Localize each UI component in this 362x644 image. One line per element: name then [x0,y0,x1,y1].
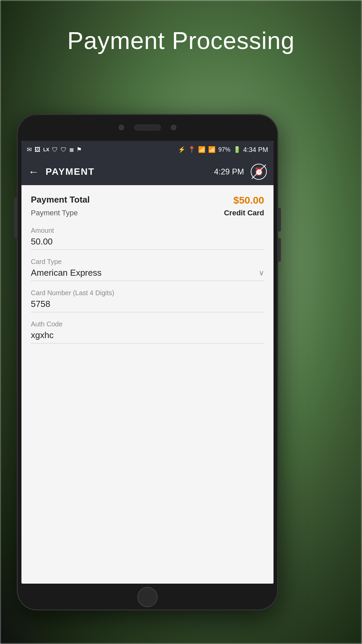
phone-bottom-bezel [17,584,278,610]
auth-code-field-group: Auth Code xgxhc [31,320,264,343]
signal-icon: 📶 [208,146,216,153]
payment-type-row: Payment Type Credit Card [31,209,264,217]
status-icons-left: ✉ 🖼 LX 🛡 🛡 ▦ ⚑ [27,146,82,153]
gmail-icon: ✉ [27,146,32,153]
wifi-icon: 📶 [198,146,205,153]
volume-down-button[interactable] [278,238,281,262]
amount-field-group: Amount 50.00 [31,227,264,250]
phone-frame: ✉ 🖼 LX 🛡 🛡 ▦ ⚑ ⚡ 📍 📶 📶 97% 🔋 4:34 PM ← P [17,114,278,610]
payment-header: Payment Total $50.00 [31,195,264,206]
sensor [171,125,176,130]
payment-type-label: Payment Type [31,209,78,217]
power-button[interactable] [14,198,17,238]
location-icon: 📍 [188,146,195,153]
shield1-icon: 🛡 [52,146,58,153]
auth-code-input[interactable]: xgxhc [31,330,264,343]
speaker-grille [134,124,161,130]
phone-top-bezel [17,114,278,141]
payment-type-value: Credit Card [224,209,264,217]
toolbar-title: PAYMENT [46,166,214,177]
volume-up-button[interactable] [278,208,281,231]
alarm-slash [251,164,266,179]
card-type-value: American Express [31,268,102,278]
back-button[interactable]: ← [28,166,39,178]
shield2-icon: 🛡 [61,146,67,153]
page-title: Payment Processing [0,27,362,54]
payment-total-label: Payment Total [31,195,90,205]
chevron-down-icon: ∨ [259,269,264,277]
status-icons-right: ⚡ 📍 📶 📶 97% 🔋 4:34 PM [178,146,268,154]
image-icon: 🖼 [35,146,41,153]
amount-label: Amount [31,227,264,234]
amount-input[interactable]: 50.00 [31,236,264,250]
alarm-off-button[interactable]: ⏰ [251,164,267,180]
battery-percent: 97% [218,146,230,153]
home-button[interactable] [137,587,158,607]
card-type-label: Card Type [31,258,264,266]
card-number-input[interactable]: 5758 [31,299,264,312]
status-time: 4:34 PM [243,146,268,154]
barcode-icon: ▦ [69,147,74,152]
lx-icon: LX [43,147,49,152]
payment-amount: $50.00 [233,195,264,206]
content-area: Payment Total $50.00 Payment Type Credit… [21,185,274,584]
card-number-label: Card Number (Last 4 Digits) [31,289,264,297]
front-camera [119,125,124,130]
card-number-field-group: Card Number (Last 4 Digits) 5758 [31,289,264,312]
battery-icon: ⚡ [178,146,185,153]
card-type-field-group: Card Type American Express ∨ [31,258,264,281]
toolbar-time: 4:29 PM [214,167,244,176]
app-toolbar: ← PAYMENT 4:29 PM ⏰ [21,158,274,185]
card-type-select[interactable]: American Express ∨ [31,268,264,281]
phone-screen: ✉ 🖼 LX 🛡 🛡 ▦ ⚑ ⚡ 📍 📶 📶 97% 🔋 4:34 PM ← P [21,141,274,584]
battery-full-icon: 🔋 [233,146,241,153]
auth-code-label: Auth Code [31,320,264,328]
flag-icon: ⚑ [76,146,82,153]
status-bar: ✉ 🖼 LX 🛡 🛡 ▦ ⚑ ⚡ 📍 📶 📶 97% 🔋 4:34 PM [21,141,274,158]
